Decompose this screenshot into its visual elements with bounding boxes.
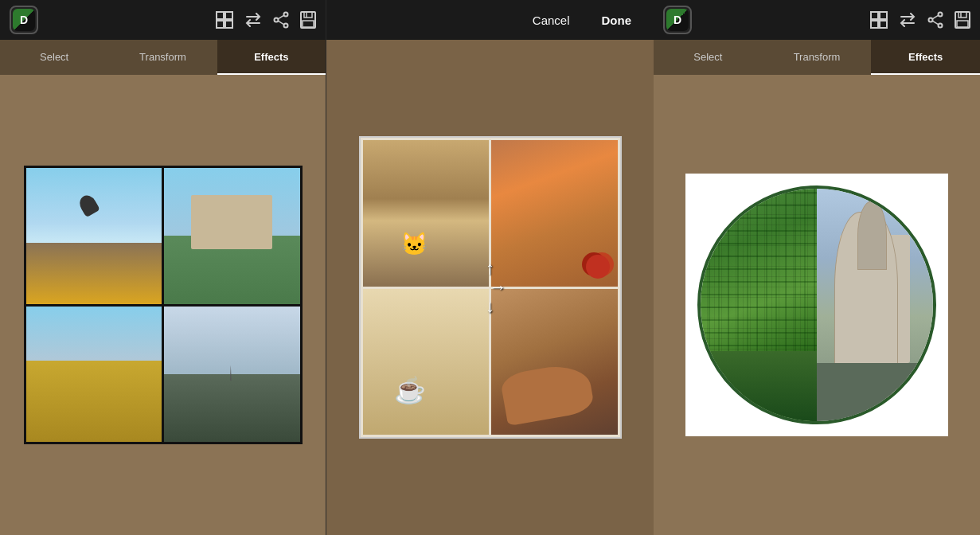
svg-point-17 [939,13,943,17]
left-tab-bar: Select Transform Effects [0,40,326,75]
tab-transform-left[interactable]: Transform [108,40,217,75]
arrow-down-icon: ↓ [486,298,494,315]
left-content [0,75,326,535]
right-content [654,75,980,535]
svg-point-5 [284,24,288,28]
svg-rect-13 [871,12,878,19]
swap-icon-right[interactable] [899,13,916,27]
circle-right-photo [817,189,933,421]
photo-cell-jump[interactable] [26,168,162,304]
save-icon-right[interactable] [955,11,970,29]
svg-rect-1 [225,12,232,19]
grid-icon[interactable] [216,11,233,29]
svg-rect-3 [225,21,232,28]
edit-toolbar: Cancel Done [326,0,654,40]
svg-rect-0 [217,12,224,19]
right-panel: D [654,0,980,535]
app-logo[interactable]: D [10,6,38,34]
arrow-up-icon: ↑ [486,260,494,277]
edit-cell-shoes[interactable] [491,289,618,435]
tab-effects-right[interactable]: Effects [871,40,980,75]
svg-point-18 [939,24,943,28]
svg-point-6 [275,18,279,22]
svg-line-21 [932,21,939,25]
left-panel: D [0,0,326,535]
photo-cell-paris[interactable] [164,307,300,443]
collage-grid-left [24,166,303,444]
svg-point-4 [284,13,288,17]
svg-rect-14 [880,12,887,19]
arrow-right-icon: → [490,279,507,296]
done-button[interactable]: Done [592,9,642,32]
edit-cell-cat[interactable] [363,140,490,287]
svg-point-19 [929,18,933,22]
edit-content: ↑ → ↓ [326,40,654,535]
circle-photo-container [685,174,948,436]
svg-line-8 [278,21,284,25]
svg-line-20 [932,15,939,19]
svg-rect-16 [880,21,887,28]
circle-mask [697,185,936,424]
swap-icon[interactable] [244,13,262,27]
photo-cell-castle[interactable] [164,168,300,304]
right-tab-bar: Select Transform Effects [654,40,980,75]
tab-select-right[interactable]: Select [654,40,763,75]
grid-icon-right[interactable] [870,11,888,29]
svg-rect-2 [217,21,224,28]
svg-line-7 [278,15,284,19]
tab-transform-right[interactable]: Transform [763,40,872,75]
tab-select-left[interactable]: Select [0,40,108,75]
app-logo-right[interactable]: D [663,6,692,34]
left-toolbar: D [0,0,326,40]
svg-rect-15 [871,21,878,28]
cancel-button[interactable]: Cancel [523,9,580,32]
right-toolbar: D [654,0,980,40]
logo-inner: D [13,9,35,31]
edit-cell-coffee[interactable] [363,289,490,435]
svg-rect-10 [304,12,312,18]
tab-effects-left[interactable]: Effects [217,40,326,75]
circle-left-photo [701,189,817,421]
svg-rect-24 [957,21,968,27]
photo-cell-wheat[interactable] [26,307,162,443]
edit-cell-flowers[interactable] [491,140,618,287]
svg-rect-11 [303,21,314,27]
svg-rect-23 [959,12,966,18]
resize-arrows[interactable]: ↑ → ↓ [474,260,507,315]
logo-inner-right: D [666,9,689,31]
save-icon[interactable] [300,11,316,29]
middle-panel: Cancel Done ↑ → ↓ [326,0,654,535]
edit-collage: ↑ → ↓ [359,136,622,439]
share-icon-right[interactable] [927,11,943,29]
share-icon[interactable] [273,11,289,29]
